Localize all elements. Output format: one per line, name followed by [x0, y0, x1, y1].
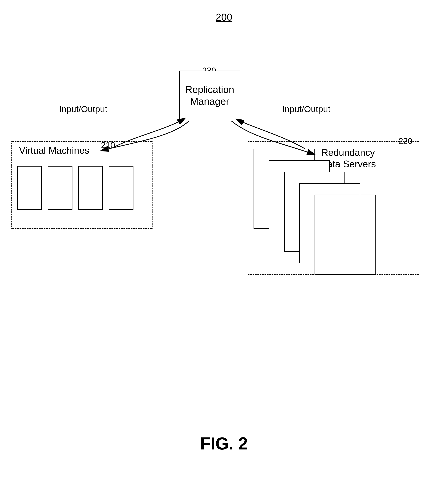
- server-rect-5: [315, 195, 376, 275]
- figure-caption: FIG. 2: [200, 434, 248, 453]
- replication-manager-text: Replication Manager: [185, 83, 234, 107]
- diagram-container: 200 230 Replication Manager 210 Virtual …: [0, 0, 448, 484]
- virtual-machines-label: Virtual Machines: [19, 145, 89, 156]
- figure-number-top: 200: [216, 11, 232, 23]
- io-label-left: Input/Output: [59, 104, 107, 114]
- vm-rect-2: [48, 166, 72, 210]
- vm-rect-3: [78, 166, 103, 210]
- io-label-right: Input/Output: [282, 104, 330, 114]
- vm-rect-1: [17, 166, 42, 210]
- vm-rectangles: [17, 166, 133, 210]
- vm-rect-4: [109, 166, 133, 210]
- replication-manager-box: Replication Manager: [179, 71, 240, 120]
